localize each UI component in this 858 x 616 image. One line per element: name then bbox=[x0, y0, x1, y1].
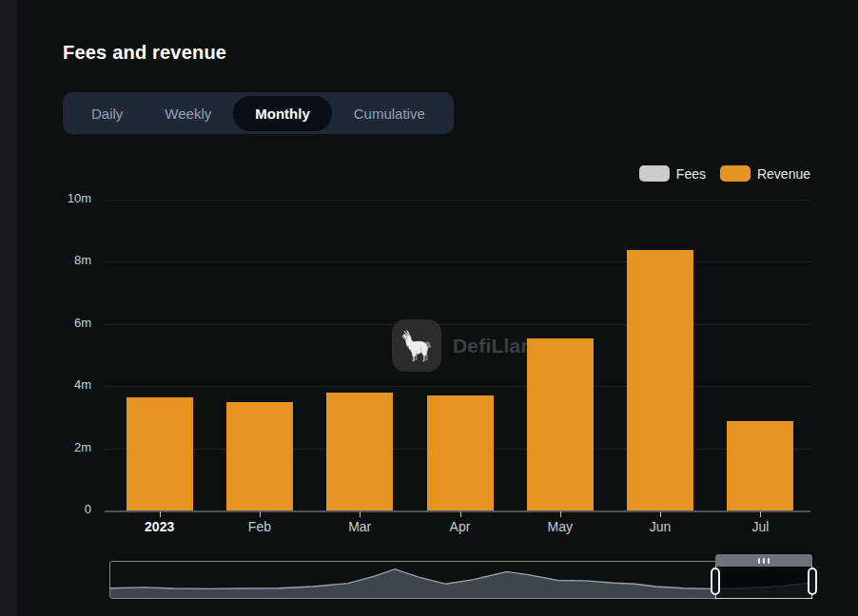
y-axis-label-8m: 8m bbox=[27, 253, 91, 267]
time-range-brush bbox=[109, 561, 810, 599]
x-axis-label-may: May bbox=[517, 519, 603, 534]
bar-revenue-jun[interactable] bbox=[627, 250, 693, 510]
x-axis-label-feb: Feb bbox=[217, 519, 302, 534]
llama-logo-icon: 🦙 bbox=[392, 319, 441, 372]
grip-dots-icon bbox=[758, 558, 760, 564]
bar-revenue-feb[interactable] bbox=[226, 402, 293, 510]
brush-track[interactable] bbox=[109, 561, 810, 599]
bar-revenue-jul[interactable] bbox=[727, 421, 793, 510]
gridline-10m bbox=[105, 200, 810, 201]
x-tick-mar bbox=[360, 511, 361, 517]
bar-revenue-may[interactable] bbox=[527, 338, 594, 510]
x-axis-label-jun: Jun bbox=[617, 519, 703, 534]
grip-dots-icon bbox=[768, 558, 770, 564]
fees-and-revenue-panel: Fees and revenue DailyWeeklyMonthlyCumul… bbox=[0, 0, 858, 616]
gridline-4m bbox=[105, 386, 810, 387]
y-axis-label-6m: 6m bbox=[27, 316, 91, 330]
bar-revenue-apr[interactable] bbox=[427, 395, 494, 510]
bar-chart-plot: 🦙 DefiLlama 02m4m6m8m10m2023FebMarAprMay… bbox=[0, 0, 858, 616]
x-tick-may bbox=[560, 511, 561, 517]
minimap-area-chart bbox=[110, 562, 809, 598]
brush-right-handle[interactable] bbox=[808, 568, 817, 595]
x-tick-jun bbox=[660, 511, 661, 517]
brush-selection-window[interactable] bbox=[715, 561, 812, 599]
y-axis-label-10m: 10m bbox=[27, 191, 91, 205]
bar-revenue-mar[interactable] bbox=[326, 393, 393, 510]
x-axis-label-mar: Mar bbox=[317, 519, 402, 534]
y-axis-label-0: 0 bbox=[27, 502, 91, 516]
y-axis-label-4m: 4m bbox=[27, 377, 91, 392]
x-axis-label-jul: Jul bbox=[717, 519, 803, 534]
x-tick-2023 bbox=[160, 511, 161, 517]
y-axis-label-2m: 2m bbox=[27, 440, 91, 454]
x-tick-jul bbox=[760, 511, 761, 517]
x-axis-line bbox=[105, 510, 810, 512]
x-axis-label-apr: Apr bbox=[418, 519, 503, 534]
x-tick-apr bbox=[460, 511, 461, 517]
grip-dots-icon bbox=[763, 558, 765, 564]
brush-left-handle[interactable] bbox=[711, 568, 720, 595]
gridline-8m bbox=[105, 261, 810, 262]
x-tick-feb bbox=[260, 511, 261, 517]
x-axis-label-2023: 2023 bbox=[117, 519, 203, 534]
brush-drag-grip[interactable] bbox=[715, 554, 812, 567]
bar-revenue-2023[interactable] bbox=[127, 397, 193, 510]
